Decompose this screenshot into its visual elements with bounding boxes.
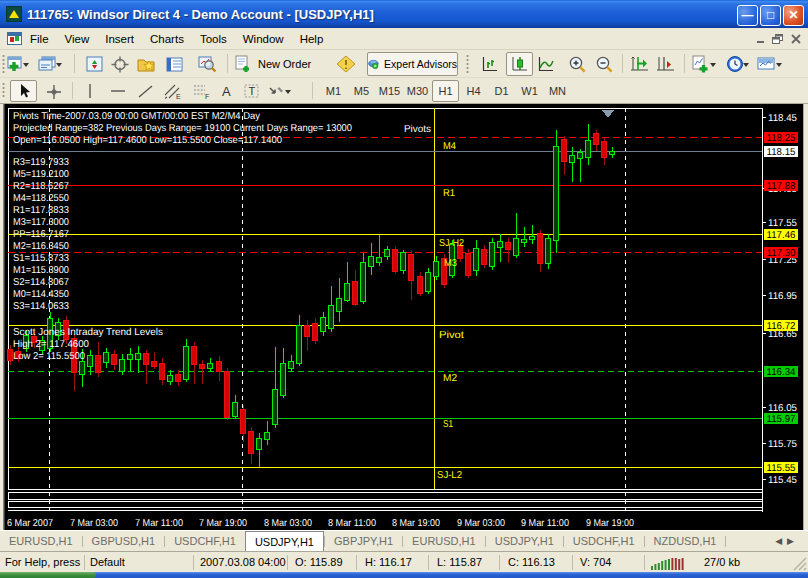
svg-text:M4=118.2550: M4=118.2550 — [13, 193, 69, 204]
svg-text:M3: M3 — [444, 258, 457, 269]
svg-text:116.72: 116.72 — [767, 321, 796, 332]
svg-text:115.75: 115.75 — [768, 439, 797, 450]
svg-text:118.15: 118.15 — [767, 147, 796, 158]
svg-text:Low 2= 115.5500: Low 2= 115.5500 — [13, 351, 85, 362]
svg-text:E: E — [176, 93, 181, 100]
svg-text:117.55: 117.55 — [768, 218, 797, 229]
svg-text:PP=116.7167: PP=116.7167 — [13, 229, 69, 240]
svg-text:M4: M4 — [443, 141, 456, 152]
svg-text:F: F — [205, 93, 209, 100]
svg-text:9 Mar 19:00: 9 Mar 19:00 — [586, 518, 634, 529]
svg-text:9 Mar 03:00: 9 Mar 03:00 — [457, 518, 505, 529]
svg-text:R1: R1 — [443, 188, 455, 199]
svg-text:A: A — [222, 84, 231, 99]
svg-text:Pivots Time-2007.03.09 00:00 G: Pivots Time-2007.03.09 00:00 GMT/00:00 E… — [13, 111, 260, 122]
svg-text:Open=116.0500 High=117.4600 Lo: Open=116.0500 High=117.4600 Low=115.5500… — [13, 135, 282, 146]
svg-text:7 Mar 19:00: 7 Mar 19:00 — [199, 518, 247, 529]
svg-text:118.45: 118.45 — [768, 113, 797, 124]
svg-text:S1: S1 — [443, 419, 453, 430]
svg-text:M1=115.3900: M1=115.3900 — [13, 265, 69, 276]
svg-text:M5=119.2100: M5=119.2100 — [13, 169, 69, 180]
svg-text:Pivot: Pivot — [439, 330, 464, 341]
svg-text:8 Mar 11:00: 8 Mar 11:00 — [328, 518, 376, 529]
svg-text:R3=119.7933: R3=119.7933 — [13, 157, 69, 168]
svg-text:7 Mar 11:00: 7 Mar 11:00 — [135, 518, 183, 529]
svg-text:7 Mar 03:00: 7 Mar 03:00 — [70, 518, 118, 529]
svg-text:117.30: 117.30 — [767, 248, 796, 259]
svg-text:T: T — [249, 85, 256, 97]
svg-text:117.88: 117.88 — [767, 181, 796, 192]
svg-text:116.95: 116.95 — [768, 291, 797, 302]
svg-text:S2=114.8067: S2=114.8067 — [13, 277, 69, 288]
svg-text:118.25: 118.25 — [767, 133, 796, 144]
svg-text:M3=117.3000: M3=117.3000 — [13, 217, 69, 228]
svg-text:Pivots: Pivots — [404, 124, 431, 135]
svg-text:115.55: 115.55 — [767, 463, 796, 474]
svg-text:M2=116.3450: M2=116.3450 — [13, 241, 69, 252]
svg-text:117.46: 117.46 — [767, 230, 796, 241]
svg-text:S1=115.8733: S1=115.8733 — [13, 253, 69, 264]
svg-text:High 2= 117.4600: High 2= 117.4600 — [13, 339, 89, 350]
svg-text:M2: M2 — [443, 373, 457, 384]
svg-text:116.05: 116.05 — [768, 403, 797, 414]
svg-text:M0=114.4350: M0=114.4350 — [13, 289, 69, 300]
svg-text:8 Mar 03:00: 8 Mar 03:00 — [264, 518, 312, 529]
svg-text:6 Mar 2007: 6 Mar 2007 — [7, 518, 53, 529]
svg-text:S3=114.0633: S3=114.0633 — [13, 301, 69, 312]
svg-text:Scott Jones Intraday Trend Lev: Scott Jones Intraday Trend Levels — [13, 327, 163, 338]
svg-text:R1=117.8833: R1=117.8833 — [13, 205, 69, 216]
svg-text:9 Mar 11:00: 9 Mar 11:00 — [521, 518, 569, 529]
svg-text:SJ-L2: SJ-L2 — [437, 470, 462, 481]
svg-text:8 Mar 19:00: 8 Mar 19:00 — [392, 518, 440, 529]
svg-text:115.45: 115.45 — [768, 475, 797, 486]
svg-text:115.97: 115.97 — [767, 414, 796, 425]
svg-text:Projected Range=382 Previous D: Projected Range=382 Previous Days Range=… — [13, 123, 352, 134]
svg-text:SJ-H2: SJ-H2 — [439, 238, 464, 249]
svg-text:116.34: 116.34 — [767, 367, 796, 378]
svg-text:R2=118.6267: R2=118.6267 — [13, 181, 69, 192]
